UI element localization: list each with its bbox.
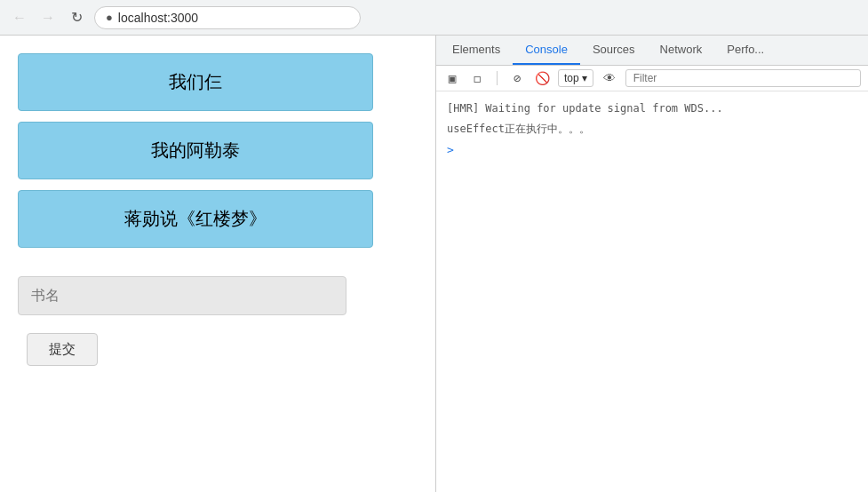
main-area: 我们仨 我的阿勒泰 蒋勋说《红楼梦》 提交 Elements Console S… <box>0 36 868 492</box>
tab-console[interactable]: Console <box>513 36 580 65</box>
app-panel: 我们仨 我的阿勒泰 蒋勋说《红楼梦》 提交 <box>0 36 435 492</box>
console-output: [HMR] Waiting for update signal from WDS… <box>436 91 868 492</box>
devtools-panel: Elements Console Sources Network Perfo..… <box>435 36 868 492</box>
console-line-2: useEffect正在执行中。。。 <box>447 119 857 139</box>
book-button-3[interactable]: 蒋勋说《红楼梦》 <box>18 190 373 248</box>
toolbar-separator <box>497 71 498 85</box>
browser-chrome: ← → ↻ ● localhost:3000 <box>0 0 868 36</box>
url-text: localhost:3000 <box>118 11 198 25</box>
address-bar[interactable]: ● localhost:3000 <box>94 6 361 29</box>
devtools-toolbar: ▣ ◻ ⊘ 🚫 top ▾ 👁 <box>436 66 868 91</box>
filter-input[interactable] <box>625 69 861 87</box>
lock-icon: ● <box>106 11 113 24</box>
tab-network[interactable]: Network <box>648 36 715 65</box>
console-line-1: [HMR] Waiting for update signal from WDS… <box>447 99 857 119</box>
top-selector[interactable]: top ▾ <box>558 69 593 87</box>
inspect-icon[interactable]: ▣ <box>443 69 461 87</box>
back-button[interactable]: ← <box>9 7 30 28</box>
forward-button[interactable]: → <box>37 7 59 28</box>
device-icon[interactable]: ◻ <box>468 69 486 87</box>
clear-icon[interactable]: ⊘ <box>508 69 526 87</box>
top-selector-chevron: ▾ <box>582 72 587 84</box>
console-prompt[interactable]: > <box>447 139 857 160</box>
reload-button[interactable]: ↻ <box>66 7 87 28</box>
tab-sources[interactable]: Sources <box>580 36 648 65</box>
book-button-1[interactable]: 我们仨 <box>18 53 373 111</box>
eye-icon[interactable]: 👁 <box>601 69 618 87</box>
submit-button[interactable]: 提交 <box>27 333 98 366</box>
tab-elements[interactable]: Elements <box>440 36 513 65</box>
devtools-tabs: Elements Console Sources Network Perfo..… <box>436 36 868 66</box>
book-input[interactable] <box>18 276 346 315</box>
top-selector-label: top <box>564 72 579 84</box>
book-button-2[interactable]: 我的阿勒泰 <box>18 122 373 179</box>
tab-performance[interactable]: Perfo... <box>714 36 776 65</box>
filter-icon[interactable]: 🚫 <box>533 69 551 87</box>
